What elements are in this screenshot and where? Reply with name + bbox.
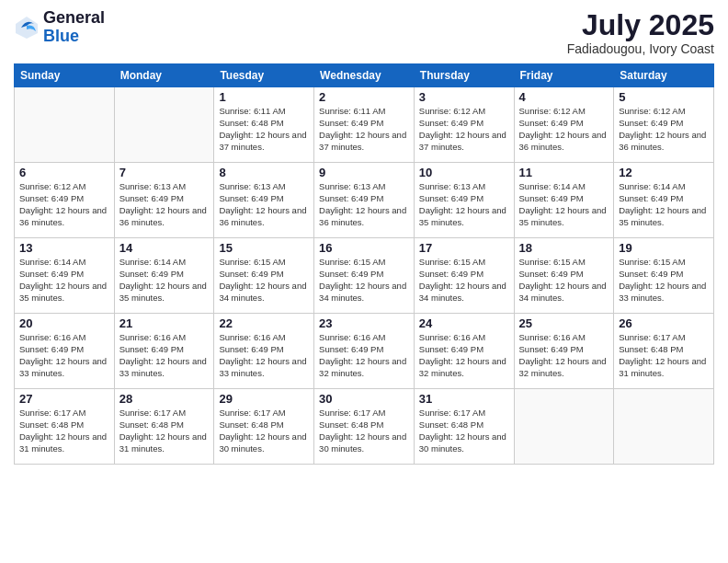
day-info: Sunrise: 6:11 AM Sunset: 6:48 PM Dayligh… xyxy=(219,106,309,153)
day-number: 25 xyxy=(519,316,609,330)
day-number: 29 xyxy=(219,392,309,406)
calendar-cell: 22Sunrise: 6:16 AM Sunset: 6:49 PM Dayli… xyxy=(214,314,314,389)
day-number: 19 xyxy=(619,241,709,255)
day-info: Sunrise: 6:16 AM Sunset: 6:49 PM Dayligh… xyxy=(119,332,210,379)
day-info: Sunrise: 6:15 AM Sunset: 6:49 PM Dayligh… xyxy=(419,257,509,304)
calendar-header: Sunday Monday Tuesday Wednesday Thursday… xyxy=(15,64,714,87)
calendar-week-0: 1Sunrise: 6:11 AM Sunset: 6:48 PM Daylig… xyxy=(15,87,714,163)
day-number: 14 xyxy=(119,241,210,255)
day-info: Sunrise: 6:14 AM Sunset: 6:49 PM Dayligh… xyxy=(119,257,210,304)
calendar-cell: 24Sunrise: 6:16 AM Sunset: 6:49 PM Dayli… xyxy=(414,314,514,389)
calendar-week-3: 20Sunrise: 6:16 AM Sunset: 6:49 PM Dayli… xyxy=(15,314,714,389)
day-number: 27 xyxy=(19,392,109,406)
calendar-cell: 18Sunrise: 6:15 AM Sunset: 6:49 PM Dayli… xyxy=(514,238,614,314)
day-info: Sunrise: 6:14 AM Sunset: 6:49 PM Dayligh… xyxy=(519,181,609,228)
calendar-cell: 1Sunrise: 6:11 AM Sunset: 6:48 PM Daylig… xyxy=(214,87,314,163)
col-wednesday: Wednesday xyxy=(314,64,415,87)
month-title: July 2025 xyxy=(567,9,714,41)
day-info: Sunrise: 6:13 AM Sunset: 6:49 PM Dayligh… xyxy=(319,181,409,228)
calendar-cell: 25Sunrise: 6:16 AM Sunset: 6:49 PM Dayli… xyxy=(514,314,614,389)
calendar-cell: 19Sunrise: 6:15 AM Sunset: 6:49 PM Dayli… xyxy=(614,238,714,314)
calendar-cell: 10Sunrise: 6:13 AM Sunset: 6:49 PM Dayli… xyxy=(414,163,514,238)
day-number: 23 xyxy=(319,316,409,330)
calendar-cell: 8Sunrise: 6:13 AM Sunset: 6:49 PM Daylig… xyxy=(214,163,314,238)
day-number: 28 xyxy=(119,392,210,406)
header: General Blue July 2025 Fadiadougou, Ivor… xyxy=(14,9,714,56)
day-number: 31 xyxy=(419,392,509,406)
calendar-week-1: 6Sunrise: 6:12 AM Sunset: 6:49 PM Daylig… xyxy=(15,163,714,238)
col-thursday: Thursday xyxy=(414,64,514,87)
calendar-cell: 17Sunrise: 6:15 AM Sunset: 6:49 PM Dayli… xyxy=(414,238,514,314)
day-number: 8 xyxy=(219,166,309,179)
calendar-week-2: 13Sunrise: 6:14 AM Sunset: 6:49 PM Dayli… xyxy=(15,238,714,314)
calendar-cell: 29Sunrise: 6:17 AM Sunset: 6:48 PM Dayli… xyxy=(214,389,314,465)
day-info: Sunrise: 6:14 AM Sunset: 6:49 PM Dayligh… xyxy=(19,257,109,304)
header-row: Sunday Monday Tuesday Wednesday Thursday… xyxy=(15,64,714,87)
day-info: Sunrise: 6:17 AM Sunset: 6:48 PM Dayligh… xyxy=(419,408,509,454)
title-block: July 2025 Fadiadougou, Ivory Coast xyxy=(567,9,714,56)
day-info: Sunrise: 6:16 AM Sunset: 6:49 PM Dayligh… xyxy=(19,332,109,379)
day-info: Sunrise: 6:17 AM Sunset: 6:48 PM Dayligh… xyxy=(219,408,309,454)
day-number: 7 xyxy=(119,166,210,179)
col-friday: Friday xyxy=(514,64,614,87)
day-number: 22 xyxy=(219,316,309,330)
col-tuesday: Tuesday xyxy=(214,64,314,87)
calendar-cell: 12Sunrise: 6:14 AM Sunset: 6:49 PM Dayli… xyxy=(614,163,714,238)
calendar-cell: 4Sunrise: 6:12 AM Sunset: 6:49 PM Daylig… xyxy=(514,87,614,163)
day-number: 18 xyxy=(519,241,609,255)
calendar-cell: 11Sunrise: 6:14 AM Sunset: 6:49 PM Dayli… xyxy=(514,163,614,238)
day-number: 4 xyxy=(519,90,609,104)
logo: General Blue xyxy=(14,9,105,46)
calendar-body: 1Sunrise: 6:11 AM Sunset: 6:48 PM Daylig… xyxy=(15,87,714,465)
calendar-cell: 2Sunrise: 6:11 AM Sunset: 6:49 PM Daylig… xyxy=(314,87,415,163)
subtitle: Fadiadougou, Ivory Coast xyxy=(567,41,714,56)
day-number: 2 xyxy=(319,90,409,104)
day-number: 17 xyxy=(419,241,509,255)
col-saturday: Saturday xyxy=(614,64,714,87)
day-number: 9 xyxy=(319,166,409,179)
day-info: Sunrise: 6:16 AM Sunset: 6:49 PM Dayligh… xyxy=(319,332,409,379)
calendar-cell: 13Sunrise: 6:14 AM Sunset: 6:49 PM Dayli… xyxy=(15,238,115,314)
day-number: 1 xyxy=(219,90,309,104)
day-info: Sunrise: 6:12 AM Sunset: 6:49 PM Dayligh… xyxy=(19,181,109,228)
calendar-cell: 9Sunrise: 6:13 AM Sunset: 6:49 PM Daylig… xyxy=(314,163,415,238)
calendar-cell: 26Sunrise: 6:17 AM Sunset: 6:48 PM Dayli… xyxy=(614,314,714,389)
calendar-cell: 21Sunrise: 6:16 AM Sunset: 6:49 PM Dayli… xyxy=(114,314,214,389)
calendar-cell: 14Sunrise: 6:14 AM Sunset: 6:49 PM Dayli… xyxy=(114,238,214,314)
calendar-cell xyxy=(514,389,614,465)
logo-icon xyxy=(14,15,40,40)
day-number: 5 xyxy=(619,90,709,104)
day-info: Sunrise: 6:17 AM Sunset: 6:48 PM Dayligh… xyxy=(319,408,409,454)
day-number: 15 xyxy=(219,241,309,255)
day-info: Sunrise: 6:15 AM Sunset: 6:49 PM Dayligh… xyxy=(619,257,709,304)
day-number: 16 xyxy=(319,241,409,255)
logo-blue: Blue xyxy=(43,27,79,45)
day-info: Sunrise: 6:14 AM Sunset: 6:49 PM Dayligh… xyxy=(619,181,709,228)
day-number: 12 xyxy=(619,166,709,179)
day-info: Sunrise: 6:12 AM Sunset: 6:49 PM Dayligh… xyxy=(519,106,609,153)
day-info: Sunrise: 6:16 AM Sunset: 6:49 PM Dayligh… xyxy=(419,332,509,379)
col-sunday: Sunday xyxy=(15,64,115,87)
day-info: Sunrise: 6:17 AM Sunset: 6:48 PM Dayligh… xyxy=(19,408,109,454)
calendar-cell: 31Sunrise: 6:17 AM Sunset: 6:48 PM Dayli… xyxy=(414,389,514,465)
day-number: 6 xyxy=(19,166,109,179)
calendar-cell xyxy=(114,87,214,163)
day-number: 13 xyxy=(19,241,109,255)
day-info: Sunrise: 6:15 AM Sunset: 6:49 PM Dayligh… xyxy=(319,257,409,304)
calendar-cell: 5Sunrise: 6:12 AM Sunset: 6:49 PM Daylig… xyxy=(614,87,714,163)
calendar-cell: 16Sunrise: 6:15 AM Sunset: 6:49 PM Dayli… xyxy=(314,238,415,314)
logo-general: General xyxy=(43,8,105,27)
day-info: Sunrise: 6:11 AM Sunset: 6:49 PM Dayligh… xyxy=(319,106,409,153)
day-info: Sunrise: 6:16 AM Sunset: 6:49 PM Dayligh… xyxy=(519,332,609,379)
day-info: Sunrise: 6:15 AM Sunset: 6:49 PM Dayligh… xyxy=(219,257,309,304)
day-info: Sunrise: 6:17 AM Sunset: 6:48 PM Dayligh… xyxy=(619,332,709,379)
day-number: 3 xyxy=(419,90,509,104)
calendar-cell xyxy=(15,87,115,163)
day-number: 26 xyxy=(619,316,709,330)
page: General Blue July 2025 Fadiadougou, Ivor… xyxy=(0,0,728,563)
day-info: Sunrise: 6:17 AM Sunset: 6:48 PM Dayligh… xyxy=(119,408,210,454)
calendar-cell: 20Sunrise: 6:16 AM Sunset: 6:49 PM Dayli… xyxy=(15,314,115,389)
day-info: Sunrise: 6:12 AM Sunset: 6:49 PM Dayligh… xyxy=(619,106,709,153)
calendar-cell: 15Sunrise: 6:15 AM Sunset: 6:49 PM Dayli… xyxy=(214,238,314,314)
day-number: 20 xyxy=(19,316,109,330)
